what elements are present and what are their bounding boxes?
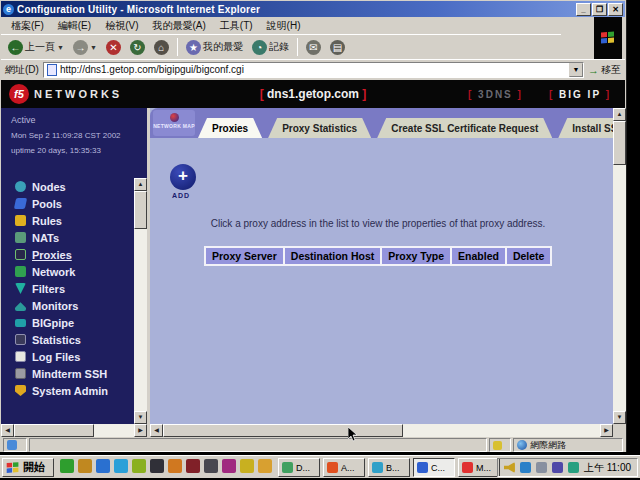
system-uptime: uptime 20 days, 15:35:33 [11,143,147,158]
tray-icon[interactable] [568,462,579,473]
tab-proxies[interactable]: Proxies [198,118,262,138]
sidebar-item-log-files[interactable]: Log Files [1,348,134,365]
windows-flag-icon [7,462,20,474]
quicklaunch-icon[interactable] [96,459,110,473]
taskbar-window-button[interactable]: M... [458,458,500,477]
start-button[interactable]: 開始 [2,458,54,477]
quicklaunch-icon[interactable] [222,459,236,473]
menu-tools[interactable]: 工具(T) [214,18,259,34]
menu-file[interactable]: 檔案(F) [5,18,50,34]
forward-button[interactable]: → ▼ [70,39,100,56]
quicklaunch-icon[interactable] [258,459,272,473]
status-zone-segment: 網際網路 [513,438,623,452]
scroll-left-button[interactable]: ◀ [150,424,163,437]
bracket-left: [ [468,89,473,100]
col-delete[interactable]: Delete [507,248,551,264]
sidebar-item-nodes[interactable]: Nodes [1,178,134,195]
menu-help[interactable]: 說明(H) [261,18,307,34]
scroll-thumb[interactable] [134,191,147,229]
quicklaunch-icon[interactable] [240,459,254,473]
scroll-right-button[interactable]: ▶ [134,424,147,437]
sidebar-item-pools[interactable]: Pools [1,195,134,212]
network-map-button[interactable]: NETWORK MAP [153,110,195,136]
tray-icon[interactable] [552,462,563,473]
main-scrollbar-horizontal[interactable]: ◀ ▶ [150,424,613,437]
table-header-row: Proxy Server Destination Host Proxy Type… [206,248,550,264]
taskbar-window-button[interactable]: D... [278,458,320,477]
sidebar-scrollbar-horizontal[interactable]: ◀ ▶ [1,424,147,437]
taskbar-buttons: D... A... B... C... M... [278,458,500,477]
address-input[interactable] [60,64,569,75]
tab-create-ssl-certificate-request[interactable]: Create SSL Certificate Request [377,118,552,138]
volume-icon[interactable] [504,462,515,473]
scroll-up-button[interactable]: ▲ [613,108,626,121]
sidebar-item-filters[interactable]: Filters [1,280,134,297]
sidebar-item-label: BIGpipe [32,317,74,329]
menu-favorites[interactable]: 我的最愛(A) [146,18,211,34]
taskbar-clock[interactable]: 上午 11:00 [584,461,631,475]
menu-view[interactable]: 檢視(V) [99,18,144,34]
col-proxy-server[interactable]: Proxy Server [206,248,283,264]
taskbar-window-button[interactable]: B... [368,458,410,477]
maximize-button[interactable]: ❐ [592,3,607,16]
scroll-left-button[interactable]: ◀ [1,424,14,437]
scroll-up-button[interactable]: ▲ [134,178,147,191]
quicklaunch-icon[interactable] [132,459,146,473]
add-button[interactable]: + [170,164,196,190]
col-proxy-type[interactable]: Proxy Type [382,248,450,264]
menu-edit[interactable]: 編輯(E) [52,18,97,34]
sidebar-item-monitors[interactable]: Monitors [1,297,134,314]
network-map-label: NETWORK MAP [153,123,195,129]
col-destination-host[interactable]: Destination Host [285,248,380,264]
back-button[interactable]: ← 上一頁 ▼ [5,39,67,56]
stop-button[interactable]: ✕ [103,39,124,56]
forward-caret-icon[interactable]: ▼ [90,44,97,51]
quicklaunch-icon[interactable] [78,459,92,473]
scroll-thumb[interactable] [14,424,94,437]
back-icon: ← [8,40,23,55]
scroll-right-button[interactable]: ▶ [600,424,613,437]
minimize-button[interactable]: _ [576,3,591,16]
back-caret-icon[interactable]: ▼ [57,44,64,51]
sidebar-item-network[interactable]: Network [1,263,134,280]
sidebar-item-statistics[interactable]: Statistics [1,331,134,348]
sidebar-item-nats[interactable]: NATs [1,229,134,246]
scroll-down-button[interactable]: ▼ [134,411,147,424]
refresh-button[interactable]: ↻ [127,39,148,56]
home-button[interactable]: ⌂ [151,39,172,56]
sidebar-item-proxies[interactable]: Proxies [1,246,134,263]
system-tray: 上午 11:00 [497,458,638,477]
network-map-icon [170,113,179,122]
tray-icon[interactable] [536,462,547,473]
go-button[interactable]: → 移至 [588,63,621,77]
favorites-button[interactable]: ★ 我的最愛 [183,39,246,56]
sidebar-item-mindterm-ssh[interactable]: Mindterm SSH [1,365,134,382]
document-icon [7,440,17,450]
product-3dns-label: 3DNS [478,89,513,100]
sidebar-item-bigpipe[interactable]: BIGpipe [1,314,134,331]
main-scrollbar-vertical[interactable]: ▲ ▼ [613,108,626,424]
tray-icon[interactable] [520,462,531,473]
bracket-left: [ [549,89,554,100]
sidebar-scrollbar[interactable]: ▲ ▼ [134,178,147,424]
mail-button[interactable]: ✉ [303,39,324,56]
scroll-thumb[interactable] [163,424,403,437]
quicklaunch-icon[interactable] [204,459,218,473]
tab-proxy-statistics[interactable]: Proxy Statistics [268,118,371,138]
scroll-thumb[interactable] [613,121,626,165]
taskbar-window-button[interactable]: A... [323,458,365,477]
sidebar-item-rules[interactable]: Rules [1,212,134,229]
col-enabled[interactable]: Enabled [452,248,505,264]
history-button[interactable]: ◔ 記錄 [249,39,292,56]
close-button[interactable]: ✕ [608,3,623,16]
quicklaunch-icon[interactable] [186,459,200,473]
scroll-down-button[interactable]: ▼ [613,411,626,424]
quicklaunch-icon[interactable] [168,459,182,473]
quicklaunch-icon[interactable] [60,459,74,473]
taskbar-window-button-active[interactable]: C... [413,458,455,477]
sidebar-item-system-admin[interactable]: System Admin [1,382,134,399]
address-dropdown-icon[interactable]: ▼ [569,63,583,77]
print-button[interactable]: ▤ [327,39,348,56]
quicklaunch-icon[interactable] [150,459,164,473]
quicklaunch-icon[interactable] [114,459,128,473]
